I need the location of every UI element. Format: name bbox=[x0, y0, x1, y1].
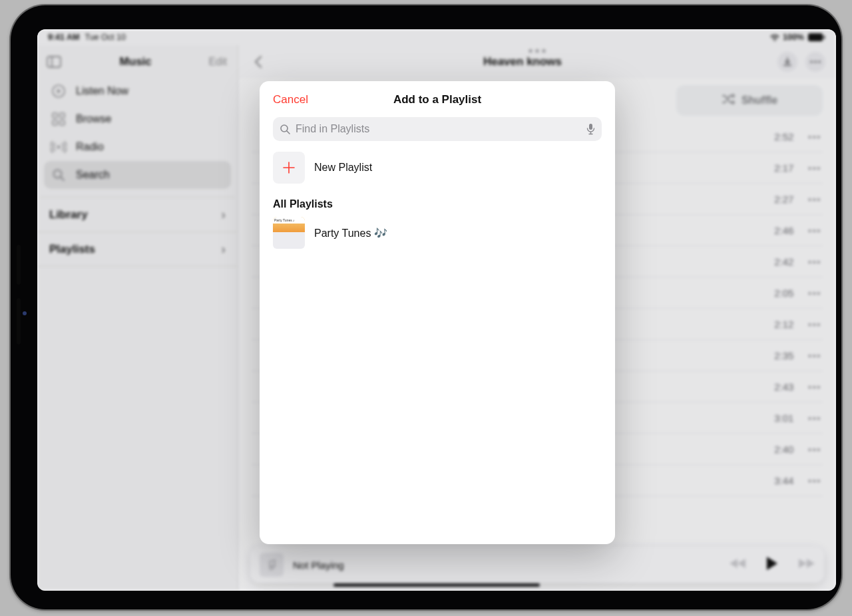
track-more-button[interactable]: ••• bbox=[807, 442, 823, 457]
now-playing-artwork bbox=[260, 553, 284, 577]
track-duration: 3:44 bbox=[768, 475, 793, 486]
download-button[interactable] bbox=[777, 52, 797, 72]
svg-rect-0 bbox=[808, 33, 823, 41]
library-label: Library bbox=[49, 208, 88, 222]
sidebar-item-label: Search bbox=[76, 169, 110, 181]
svg-rect-7 bbox=[53, 120, 57, 125]
track-more-button[interactable]: ••• bbox=[807, 254, 823, 269]
new-playlist-label: New Playlist bbox=[314, 162, 372, 174]
track-more-button[interactable]: ••• bbox=[807, 379, 823, 394]
new-playlist-button[interactable]: New Playlist bbox=[273, 152, 602, 184]
search-input[interactable] bbox=[296, 123, 581, 135]
page-title: Heaven knows bbox=[276, 55, 769, 69]
status-time: 9:41 AM bbox=[48, 33, 79, 42]
svg-rect-2 bbox=[47, 57, 61, 67]
battery-icon bbox=[808, 33, 825, 41]
svg-point-10 bbox=[54, 170, 62, 178]
svg-line-16 bbox=[287, 131, 290, 134]
playlist-name: Party Tunes 🎶 bbox=[314, 227, 387, 239]
previous-track-icon[interactable] bbox=[730, 557, 747, 572]
sidebar-section-playlists[interactable]: Playlists › bbox=[37, 232, 238, 267]
svg-point-12 bbox=[810, 61, 813, 63]
track-duration: 2:27 bbox=[768, 194, 793, 205]
track-duration: 2:52 bbox=[768, 131, 793, 142]
sidebar-item-browse[interactable]: Browse bbox=[44, 105, 231, 133]
track-more-button[interactable]: ••• bbox=[807, 192, 823, 207]
sidebar-section-library[interactable]: Library › bbox=[37, 198, 238, 232]
svg-rect-1 bbox=[823, 36, 825, 39]
now-playing-label: Not Playing bbox=[293, 559, 720, 571]
svg-rect-17 bbox=[589, 124, 592, 130]
playlists-label: Playlists bbox=[49, 243, 95, 256]
chevron-right-icon: › bbox=[221, 207, 226, 222]
track-duration: 2:17 bbox=[768, 162, 793, 174]
svg-rect-8 bbox=[60, 120, 65, 125]
shuffle-button[interactable]: Shuffle bbox=[676, 85, 823, 116]
shuffle-label: Shuffle bbox=[742, 94, 777, 106]
svg-point-9 bbox=[57, 146, 61, 149]
track-more-button[interactable]: ••• bbox=[807, 410, 823, 426]
sidebar-item-listen-now[interactable]: Listen Now bbox=[44, 77, 231, 105]
multitask-grabber[interactable] bbox=[529, 49, 546, 53]
track-more-button[interactable]: ••• bbox=[807, 473, 823, 488]
sidebar-title: Music bbox=[63, 55, 208, 69]
home-indicator[interactable] bbox=[333, 583, 540, 587]
plus-icon bbox=[273, 152, 305, 184]
track-duration: 2:42 bbox=[768, 256, 793, 267]
more-button[interactable] bbox=[805, 52, 825, 72]
search-icon bbox=[280, 124, 290, 134]
chevron-right-icon: › bbox=[221, 241, 226, 257]
status-date: Tue Oct 10 bbox=[85, 33, 125, 42]
sidebar-item-radio[interactable]: Radio bbox=[44, 133, 231, 161]
track-more-button[interactable]: ••• bbox=[807, 129, 823, 144]
edit-button[interactable]: Edit bbox=[208, 56, 227, 68]
add-to-playlist-modal: Cancel Add to a Playlist Ne bbox=[260, 81, 615, 544]
sidebar-item-label: Browse bbox=[76, 113, 111, 125]
svg-rect-5 bbox=[53, 113, 57, 118]
playlist-item-party-tunes[interactable]: Party Tunes 🎶 bbox=[273, 217, 602, 249]
track-duration: 2:43 bbox=[768, 381, 793, 392]
svg-rect-6 bbox=[60, 113, 65, 118]
ipad-bezel: 9:41 AM Tue Oct 10 100% bbox=[11, 5, 841, 609]
search-icon bbox=[51, 167, 67, 183]
track-more-button[interactable]: ••• bbox=[807, 348, 823, 363]
play-circle-icon bbox=[51, 83, 67, 99]
back-button[interactable] bbox=[249, 53, 268, 71]
sidebar-item-search[interactable]: Search bbox=[44, 161, 231, 189]
radio-icon bbox=[51, 139, 67, 155]
shuffle-icon bbox=[722, 94, 735, 107]
sidebar-collapse-icon[interactable] bbox=[45, 55, 63, 69]
sidebar-item-label: Listen Now bbox=[76, 85, 128, 97]
track-duration: 3:01 bbox=[768, 412, 793, 424]
dictation-icon[interactable] bbox=[586, 123, 595, 135]
cancel-button[interactable]: Cancel bbox=[273, 93, 308, 106]
status-bar: 9:41 AM Tue Oct 10 100% bbox=[37, 29, 836, 45]
track-more-button[interactable]: ••• bbox=[807, 285, 823, 301]
modal-title: Add to a Playlist bbox=[393, 93, 481, 106]
track-duration: 2:46 bbox=[768, 225, 793, 236]
all-playlists-heading: All Playlists bbox=[273, 198, 602, 210]
battery-percent: 100% bbox=[783, 33, 804, 42]
track-duration: 2:12 bbox=[768, 319, 793, 330]
svg-point-13 bbox=[814, 61, 817, 63]
grid-icon bbox=[51, 111, 67, 127]
sidebar-item-label: Radio bbox=[76, 141, 104, 153]
track-duration: 2:40 bbox=[768, 444, 793, 455]
track-more-button[interactable]: ••• bbox=[807, 223, 823, 238]
track-more-button[interactable]: ••• bbox=[807, 317, 823, 332]
track-duration: 2:05 bbox=[768, 287, 793, 299]
svg-line-11 bbox=[61, 178, 65, 181]
track-duration: 2:35 bbox=[768, 350, 793, 361]
track-more-button[interactable]: ••• bbox=[807, 160, 823, 176]
now-playing-bar[interactable]: Not Playing bbox=[250, 547, 824, 583]
wifi-icon bbox=[769, 33, 780, 41]
sidebar: Music Edit Listen Now Browse bbox=[37, 45, 238, 591]
search-bar[interactable] bbox=[273, 117, 602, 141]
playlist-artwork bbox=[273, 217, 305, 249]
svg-point-14 bbox=[818, 61, 821, 63]
next-track-icon[interactable] bbox=[797, 557, 815, 572]
play-icon[interactable] bbox=[765, 556, 779, 573]
